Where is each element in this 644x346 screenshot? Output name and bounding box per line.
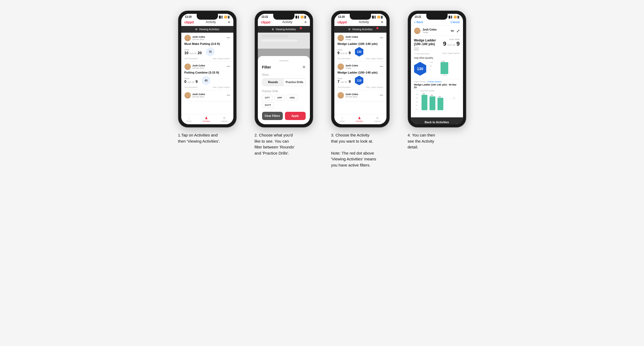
rounds-tab-2[interactable]: Rounds (262, 79, 284, 86)
card-title-1-2: Putting Combine (3-15 ft) (184, 71, 230, 74)
back-to-activities-btn-4[interactable]: Back to Activities (411, 117, 463, 124)
nav-capture-label-3: Capture (374, 120, 381, 122)
detail-score-4: 9 (443, 40, 446, 47)
dots-3-2[interactable]: ••• (380, 65, 383, 69)
detail-chart-big-4: 140 120 100 80 60 124 132 1 (414, 93, 460, 114)
menu-icon-2[interactable]: ≡ (304, 20, 306, 24)
battery-icon-3: ▓ (381, 16, 383, 18)
score-val-3-1: 9 (338, 51, 340, 55)
tag-ott-2[interactable]: OTT (262, 95, 273, 101)
svg-rect-3 (440, 62, 448, 74)
card-stats-3-1: Score 9 OUT OF 9 130 (338, 47, 383, 57)
caption-1: 1.Tap on Activities andthen 'Viewing Act… (178, 132, 237, 144)
header-title-1: Activity (206, 20, 216, 24)
dots-3-3[interactable]: ••• (380, 93, 383, 97)
avatar-3-1 (338, 35, 344, 41)
detail-user-date-4: Today (423, 31, 437, 33)
drills-tab-2[interactable]: Practice Drills (284, 79, 305, 86)
nav-capture-3[interactable]: ⊕ Capture (374, 116, 381, 122)
wifi-icon-3: 🛜 (377, 16, 380, 18)
tag-arg-2[interactable]: ARG (287, 95, 298, 101)
status-time-2: 13:21 (262, 15, 268, 18)
menu-icon-1[interactable]: ≡ (228, 20, 230, 24)
filter-actions-2: Clear Filters Apply (262, 112, 306, 120)
activity-card-1-2[interactable]: Josh Coles 28 Feb 2023 ••• Putting Combi… (181, 61, 233, 90)
nav-home-label-3: Home (340, 120, 345, 122)
edit-icon-4[interactable]: ✏ (451, 28, 454, 33)
svg-text:120: 120 (416, 97, 418, 99)
card-stats-3-2: Score 7 OUT OF 9 118 (338, 76, 383, 85)
header-title-2: Activity (282, 20, 292, 24)
info-right-3-2: Data: Clippd Capture (366, 86, 383, 88)
red-dot-3 (376, 27, 378, 29)
back-btn-4[interactable]: < Back (414, 20, 423, 24)
info-left-1-2: Test Information (184, 86, 198, 88)
viewing-bar-3[interactable]: ⚙ Viewing Activities (334, 26, 386, 33)
tag-putt-2[interactable]: PUTT (262, 102, 274, 108)
filter-tabs-2: Rounds Practice Drills (262, 78, 306, 86)
svg-text:100: 100 (430, 62, 433, 63)
clippd-logo-2: clippd (261, 20, 270, 24)
sq-badge-3-2: 118 (355, 76, 363, 85)
apply-btn-2[interactable]: Apply (285, 112, 306, 120)
session-chart-label-4: →→ → Avg Shot Quality (414, 90, 460, 92)
activity-card-1-3[interactable]: Josh Coles 28 Feb 2023 ••• (181, 90, 233, 101)
shots-label-4: Shots (414, 49, 419, 51)
activity-card-3-1[interactable]: Josh Coles Today ••• Wedge Ladder (100–1… (334, 33, 386, 61)
avatar-3-2 (338, 63, 344, 70)
status-icons-4: ▐▌▌ 🛜 ▓ (448, 16, 459, 18)
dots-1-2[interactable]: ••• (227, 65, 230, 69)
dots-3-1[interactable]: ••• (380, 36, 383, 40)
card-footer-3-1: Test Information Data: Clippd Capture (338, 58, 383, 59)
phone-2-col: 13:21 ▐▌▌ 🛜 ▓ clippd Activity ≡ ⚙ Vie (249, 11, 318, 156)
nav-home-1[interactable]: ⌂ Home (187, 116, 192, 122)
svg-text:100: 100 (416, 101, 418, 102)
shots-val-1-1: 20 (197, 51, 202, 55)
sq-badge-1-2: 45 (202, 76, 210, 85)
activity-card-3-3[interactable]: Josh Coles 28 Feb 2023 ••• (334, 90, 386, 101)
info-left-1-1: Test Information (184, 58, 198, 59)
phone-4-screen: 13:21 ▐▌▌ 🛜 ▓ < Back Cancel (411, 14, 463, 124)
dots-1-1[interactable]: ••• (227, 36, 230, 40)
score-val-3-2: 7 (338, 79, 340, 84)
tag-app-2[interactable]: APP (274, 95, 285, 101)
status-time-1: 13:20 (185, 15, 192, 18)
sq-badge-1-1: 75 (206, 47, 214, 57)
svg-text:80: 80 (416, 105, 417, 106)
viewing-bar-2[interactable]: ⚙ Viewing Activities (258, 26, 310, 33)
score-label-1-1: Score (184, 49, 202, 51)
user-name-3-2: Josh Coles (346, 64, 358, 67)
nav-capture-1[interactable]: ⊕ Capture (221, 116, 228, 122)
activity-card-1-1[interactable]: Josh Coles 28 Feb 2023 ••• Must Make Put… (181, 33, 233, 61)
user-date-1-2: 28 Feb 2023 (192, 67, 205, 69)
clear-filters-btn-2[interactable]: Clear Filters (262, 112, 283, 120)
svg-rect-13 (422, 95, 427, 110)
status-icons-3: ▐▌▌ 🛜 ▓ (371, 16, 383, 18)
expand-icon-4[interactable]: ⤢ (456, 28, 460, 33)
user-name-1-2: Josh Coles (192, 64, 205, 67)
nav-activities-1[interactable]: ♟ Activities (203, 116, 210, 122)
bottom-nav-3: ⌂ Home ♟ Activities ⊕ Capture (334, 114, 386, 124)
clippd-logo-3: clippd (338, 20, 347, 24)
user-date-1-1: 28 Feb 2023 (192, 38, 205, 41)
viewing-bar-1[interactable]: ⚙ Viewing Activities (181, 26, 233, 33)
caption-4: 4. You can thensee the Activitydetail. (408, 132, 466, 150)
filter-close-btn-2[interactable]: ✕ (302, 65, 306, 70)
score-label-4: Score (414, 47, 419, 49)
activity-card-3-2[interactable]: Josh Coles Today ••• Wedge Ladder (100–1… (334, 61, 386, 90)
filter-sheet-2: Filter ✕ Show Rounds Practice Drills Pra… (258, 56, 310, 124)
sq-badge-3-1: 130 (355, 47, 363, 57)
avatar-1-1 (184, 35, 191, 41)
card-footer-1-2: Test Information Data: Clippd Capture (184, 86, 230, 88)
nav-activities-3[interactable]: ♟ Activities (356, 116, 363, 122)
detail-user-name-4: Josh Coles (423, 28, 437, 31)
battery-icon-1: ▓ (228, 16, 230, 18)
nav-home-3[interactable]: ⌂ Home (340, 116, 345, 122)
drill-section-2: Practice Drills OTT APP ARG PUTT (262, 90, 306, 108)
avatar-1-2 (184, 63, 191, 70)
card-footer-1-1: Test Information Data: Clippd Capture (184, 58, 230, 59)
phone-4-frame: 13:21 ▐▌▌ 🛜 ▓ < Back Cancel (408, 11, 466, 127)
menu-icon-3[interactable]: ≡ (381, 20, 383, 24)
dots-1-3[interactable]: ••• (227, 93, 230, 97)
cancel-btn-4[interactable]: Cancel (451, 20, 460, 24)
